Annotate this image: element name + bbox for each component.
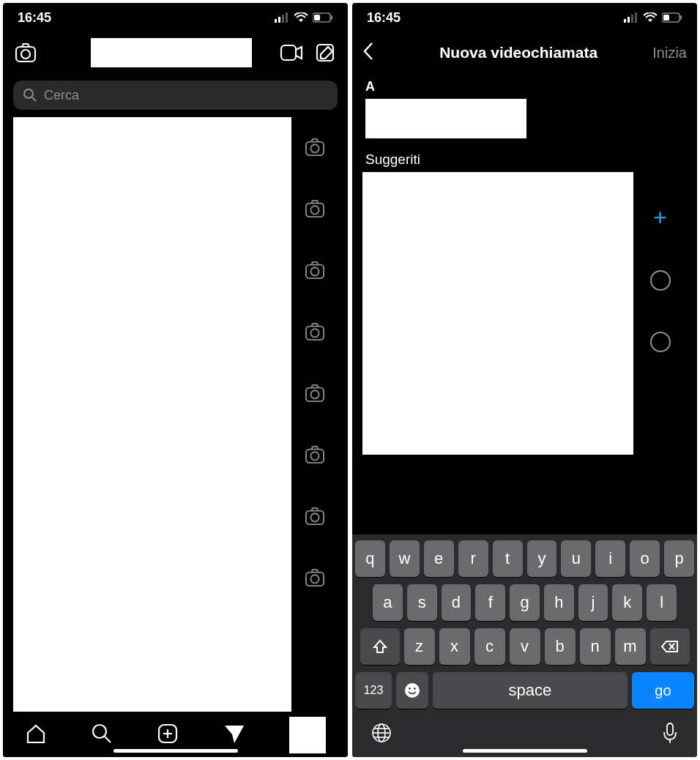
key-u[interactable]: u [561, 540, 591, 577]
status-bar: 16:45 [3, 3, 348, 32]
key-i[interactable]: i [595, 540, 625, 577]
take-photo-button[interactable] [13, 40, 38, 65]
emoji-icon [404, 682, 420, 698]
tab-home[interactable] [25, 723, 47, 748]
page-title: Nuova videochiamata [392, 44, 645, 62]
svg-point-24 [310, 452, 319, 460]
svg-point-8 [21, 50, 30, 59]
to-label: A [365, 79, 684, 94]
suggested-list-redacted [362, 172, 633, 455]
home-indicator[interactable] [113, 749, 238, 753]
select-contact-radio[interactable] [650, 270, 671, 291]
key-q[interactable]: q [355, 540, 385, 577]
select-contact-radio[interactable] [650, 332, 671, 352]
dm-list [3, 117, 348, 712]
key-backspace[interactable] [650, 628, 690, 665]
dm-header [3, 32, 348, 73]
row-camera-button[interactable] [305, 568, 325, 590]
keyboard-row-1: q w e r t y u i o p [355, 540, 694, 577]
key-r[interactable]: r [458, 540, 488, 577]
svg-rect-3 [286, 12, 288, 23]
svg-rect-52 [667, 723, 673, 735]
tab-profile[interactable] [289, 717, 326, 753]
search-placeholder: Cerca [44, 88, 79, 103]
key-globe[interactable] [371, 723, 392, 746]
search-input[interactable]: Cerca [13, 81, 338, 110]
svg-point-18 [310, 267, 319, 275]
key-emoji[interactable] [396, 672, 428, 709]
suggested-list: + [352, 172, 697, 534]
svg-rect-37 [635, 12, 637, 23]
key-v[interactable]: v [510, 628, 540, 665]
status-time: 16:45 [367, 10, 401, 26]
svg-point-29 [93, 725, 106, 738]
key-b[interactable]: b [545, 628, 576, 665]
key-d[interactable]: d [442, 584, 472, 621]
svg-point-44 [405, 683, 420, 698]
key-c[interactable]: c [474, 628, 505, 665]
key-m[interactable]: m [615, 628, 646, 665]
key-s[interactable]: s [407, 584, 437, 621]
key-p[interactable]: p [664, 540, 694, 577]
key-numbers[interactable]: 123 [355, 672, 392, 709]
key-go[interactable]: go [632, 672, 694, 709]
key-l[interactable]: l [647, 584, 677, 621]
key-x[interactable]: x [439, 628, 470, 665]
wifi-icon [294, 12, 308, 23]
key-a[interactable]: a [373, 584, 403, 621]
key-dictate[interactable] [662, 722, 678, 747]
key-k[interactable]: k [612, 584, 642, 621]
video-call-button[interactable] [279, 40, 304, 65]
row-camera-button[interactable] [305, 507, 325, 529]
row-camera-button[interactable] [305, 445, 325, 467]
key-shift[interactable] [360, 628, 400, 665]
key-w[interactable]: w [390, 540, 420, 577]
home-indicator[interactable] [463, 749, 587, 753]
key-j[interactable]: j [578, 584, 608, 621]
row-camera-button[interactable] [305, 384, 325, 406]
tab-search[interactable] [91, 723, 113, 748]
key-e[interactable]: e [424, 540, 454, 577]
globe-icon [371, 723, 392, 743]
username-redacted[interactable] [91, 38, 252, 67]
svg-rect-25 [305, 511, 323, 525]
add-post-icon [157, 723, 179, 745]
video-icon [280, 44, 303, 62]
keyboard-row-4: 123 space go [355, 672, 694, 709]
key-space[interactable]: space [433, 672, 628, 709]
dm-list-redacted [13, 117, 291, 712]
compose-button[interactable] [313, 40, 338, 65]
key-y[interactable]: y [527, 540, 557, 577]
phone-new-videocall: 16:45 Nuova videochiamata Inizia A Sugge… [352, 3, 697, 757]
row-camera-button[interactable] [305, 199, 325, 221]
row-camera-button[interactable] [305, 138, 325, 160]
search-wrap: Cerca [3, 73, 348, 117]
svg-line-12 [32, 97, 36, 101]
home-icon [25, 723, 47, 745]
key-g[interactable]: g [510, 584, 540, 621]
chevron-left-icon [362, 42, 374, 61]
camera-icon [15, 42, 37, 63]
tab-activity[interactable] [223, 723, 245, 748]
key-t[interactable]: t [493, 540, 523, 577]
status-icons [624, 12, 682, 23]
key-n[interactable]: n [580, 628, 611, 665]
mic-icon [662, 722, 678, 744]
key-o[interactable]: o [630, 540, 660, 577]
svg-rect-21 [305, 388, 323, 402]
svg-rect-40 [680, 15, 682, 20]
svg-rect-6 [331, 15, 332, 20]
row-camera-button[interactable] [305, 322, 325, 344]
svg-rect-34 [624, 19, 626, 23]
key-f[interactable]: f [475, 584, 505, 621]
add-contact-button[interactable]: + [653, 206, 667, 229]
start-call-button[interactable]: Inizia [652, 45, 687, 62]
to-recipient-redacted[interactable] [365, 99, 526, 138]
row-camera-button[interactable] [305, 261, 325, 283]
svg-rect-39 [663, 15, 669, 21]
tab-add[interactable] [157, 723, 179, 748]
key-h[interactable]: h [544, 584, 574, 621]
back-button[interactable] [362, 42, 384, 64]
key-z[interactable]: z [404, 628, 435, 665]
phone-dm-list: 16:45 Cerca [3, 3, 348, 757]
